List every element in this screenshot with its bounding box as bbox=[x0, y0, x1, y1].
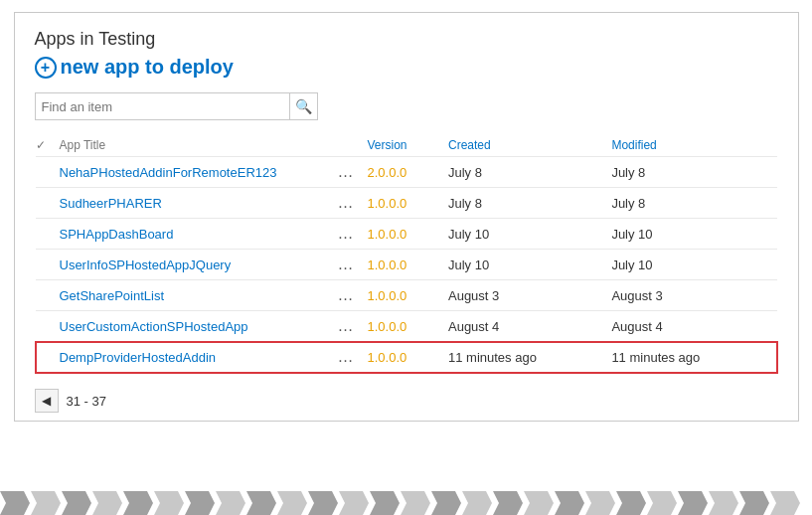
table-row: UserInfoSPHostedAppJQuery … 1.0.0.0 July… bbox=[36, 250, 777, 280]
table-row: DempProviderHostedAddin … 1.0.0.0 11 min… bbox=[36, 342, 777, 373]
row-version: 1.0.0.0 bbox=[368, 280, 448, 311]
row-created: August 3 bbox=[448, 280, 611, 311]
row-modified: August 3 bbox=[611, 280, 776, 311]
table-row: SPHAppDashBoard … 1.0.0.0 July 10 July 1… bbox=[36, 219, 777, 250]
row-check bbox=[36, 157, 60, 188]
table-row: SudheerPHARER … 1.0.0.0 July 8 July 8 bbox=[36, 188, 777, 219]
chevron-item bbox=[647, 491, 677, 515]
table-body: NehaPHostedAddinForRemoteER123 … 2.0.0.0… bbox=[36, 157, 777, 373]
table-row: GetSharePointList … 1.0.0.0 August 3 Aug… bbox=[36, 280, 777, 311]
chevron-item bbox=[246, 491, 276, 515]
chevron-item bbox=[370, 491, 400, 515]
row-title: DempProviderHostedAddin bbox=[60, 342, 338, 373]
row-created: July 10 bbox=[448, 250, 611, 280]
chevron-item bbox=[555, 491, 584, 515]
chevron-item bbox=[154, 491, 184, 515]
chevron-item bbox=[678, 491, 708, 515]
row-created: July 10 bbox=[448, 219, 611, 250]
created-col-header[interactable]: Created bbox=[448, 134, 611, 157]
row-title: SPHAppDashBoard bbox=[60, 219, 338, 250]
chevron-item bbox=[0, 491, 30, 515]
chevron-item bbox=[277, 491, 307, 515]
chevron-item bbox=[216, 491, 245, 515]
chevron-strip bbox=[0, 491, 812, 515]
row-version: 1.0.0.0 bbox=[368, 342, 448, 373]
row-title: UserCustomActionSPHostedApp bbox=[60, 311, 338, 342]
row-version: 1.0.0.0 bbox=[368, 250, 448, 280]
chevron-item bbox=[339, 491, 369, 515]
row-version: 1.0.0.0 bbox=[368, 188, 448, 219]
row-created: July 8 bbox=[448, 188, 611, 219]
modified-col-header[interactable]: Modified bbox=[611, 134, 776, 157]
row-modified: July 8 bbox=[611, 157, 776, 188]
row-check bbox=[36, 219, 60, 250]
pagination-range: 31 - 37 bbox=[67, 394, 106, 409]
row-menu[interactable]: … bbox=[338, 219, 368, 250]
row-version: 2.0.0.0 bbox=[368, 157, 448, 188]
chevron-item bbox=[308, 491, 338, 515]
new-app-label: new app to deploy bbox=[61, 56, 234, 79]
chevron-item bbox=[92, 491, 122, 515]
pagination-prev-button[interactable]: ◀ bbox=[35, 389, 59, 413]
row-title: NehaPHostedAddinForRemoteER123 bbox=[60, 157, 338, 188]
chevron-item bbox=[739, 491, 769, 515]
row-check bbox=[36, 311, 60, 342]
row-menu[interactable]: … bbox=[338, 188, 368, 219]
chevron-item bbox=[616, 491, 646, 515]
row-menu[interactable]: … bbox=[338, 280, 368, 311]
row-modified: July 10 bbox=[611, 219, 776, 250]
chevron-item bbox=[770, 491, 800, 515]
row-check bbox=[36, 250, 60, 280]
row-created: August 4 bbox=[448, 311, 611, 342]
app-title-link[interactable]: DempProviderHostedAddin bbox=[60, 350, 217, 365]
app-title-link[interactable]: NehaPHostedAddinForRemoteER123 bbox=[60, 165, 277, 180]
main-container: Apps in Testing + new app to deploy 🔍 ✓ … bbox=[14, 12, 799, 422]
row-title: UserInfoSPHostedAppJQuery bbox=[60, 250, 338, 280]
search-icon[interactable]: 🔍 bbox=[289, 92, 317, 120]
row-menu[interactable]: … bbox=[338, 250, 368, 280]
chevron-item bbox=[462, 491, 492, 515]
search-input[interactable] bbox=[36, 99, 289, 114]
menu-col-header bbox=[338, 134, 368, 157]
row-version: 1.0.0.0 bbox=[368, 311, 448, 342]
row-modified: July 8 bbox=[611, 188, 776, 219]
page-title: Apps in Testing bbox=[35, 29, 778, 50]
chevron-item bbox=[401, 491, 430, 515]
bottom-decoration bbox=[0, 491, 812, 515]
new-app-button[interactable]: + new app to deploy bbox=[35, 56, 234, 79]
app-list-table: ✓ App Title Version Created Modified Neh… bbox=[35, 134, 778, 373]
search-box: 🔍 bbox=[35, 92, 318, 120]
app-title-link[interactable]: GetSharePointList bbox=[60, 288, 165, 303]
row-check bbox=[36, 188, 60, 219]
row-version: 1.0.0.0 bbox=[368, 219, 448, 250]
chevron-item bbox=[493, 491, 523, 515]
row-modified: July 10 bbox=[611, 250, 776, 280]
row-menu[interactable]: … bbox=[338, 342, 368, 373]
chevron-item bbox=[123, 491, 153, 515]
app-title-link[interactable]: UserInfoSPHostedAppJQuery bbox=[60, 258, 232, 272]
row-menu[interactable]: … bbox=[338, 157, 368, 188]
row-check bbox=[36, 342, 60, 373]
app-title-link[interactable]: SudheerPHARER bbox=[60, 196, 162, 211]
row-check bbox=[36, 280, 60, 311]
app-title-link[interactable]: SPHAppDashBoard bbox=[60, 227, 174, 242]
row-modified: 11 minutes ago bbox=[611, 342, 776, 373]
table-header-row: ✓ App Title Version Created Modified bbox=[36, 134, 777, 157]
chevron-item bbox=[31, 491, 61, 515]
chevron-item bbox=[431, 491, 461, 515]
check-col-header: ✓ bbox=[36, 134, 60, 157]
row-title: GetSharePointList bbox=[60, 280, 338, 311]
table-row: UserCustomActionSPHostedApp … 1.0.0.0 Au… bbox=[36, 311, 777, 342]
chevron-item bbox=[585, 491, 615, 515]
table-row: NehaPHostedAddinForRemoteER123 … 2.0.0.0… bbox=[36, 157, 777, 188]
version-col-header[interactable]: Version bbox=[368, 134, 448, 157]
chevron-item bbox=[524, 491, 554, 515]
row-menu[interactable]: … bbox=[338, 311, 368, 342]
row-created: July 8 bbox=[448, 157, 611, 188]
pagination-bar: ◀ 31 - 37 bbox=[35, 381, 778, 421]
title-col-header: App Title bbox=[60, 134, 338, 157]
row-created: 11 minutes ago bbox=[448, 342, 611, 373]
chevron-item bbox=[185, 491, 215, 515]
row-modified: August 4 bbox=[611, 311, 776, 342]
app-title-link[interactable]: UserCustomActionSPHostedApp bbox=[60, 319, 248, 334]
